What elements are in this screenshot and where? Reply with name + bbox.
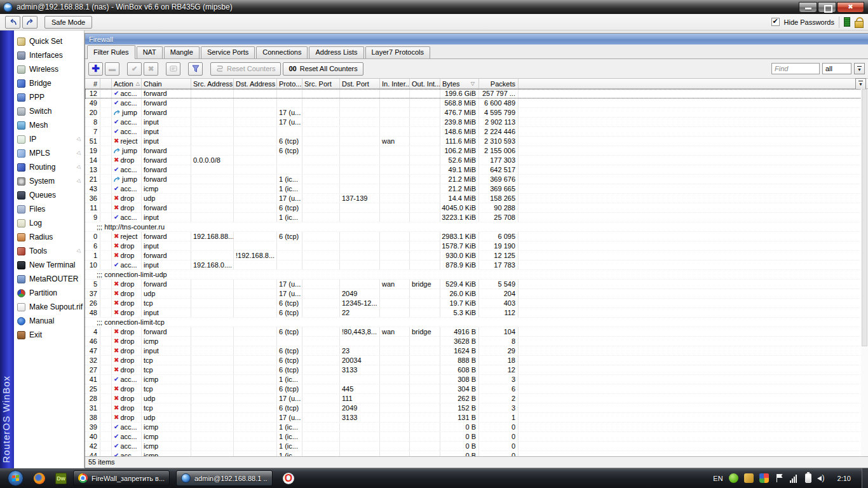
taskbar-button-chrome[interactable]: FireWall_запретить в... bbox=[73, 470, 170, 486]
sidebar-item-log[interactable]: Log bbox=[14, 216, 84, 230]
column-header-flags[interactable] bbox=[100, 79, 112, 88]
column-header-in-inter-[interactable]: In. Inter... bbox=[380, 79, 410, 88]
table-row[interactable]: 39✔acc...icmp1 (ic...0 B0 bbox=[85, 423, 868, 432]
table-row[interactable]: 25✖droptcp6 (tcp)445304 B6 bbox=[85, 384, 868, 394]
tab-nat[interactable]: NAT bbox=[137, 46, 163, 58]
sidebar-item-make-supout-rif[interactable]: Make Supout.rif bbox=[14, 300, 84, 314]
sidebar-item-wireless[interactable]: Wireless bbox=[14, 62, 84, 76]
dreamweaver-icon[interactable]: Dw bbox=[55, 473, 67, 484]
firefox-icon[interactable] bbox=[34, 473, 45, 484]
safe-mode-button[interactable]: Safe Mode bbox=[44, 16, 92, 29]
table-row[interactable]: 1✖dropforward!192.168.8...930.0 KiB12 12… bbox=[85, 251, 868, 261]
table-row[interactable]: 51✖rejectinput6 (tcp)wan111.6 MiB2 310 5… bbox=[85, 137, 868, 146]
sidebar-item-mpls[interactable]: MPLS▷ bbox=[14, 146, 84, 160]
comment-row[interactable]: ;;; connection-limit-udp bbox=[85, 270, 868, 280]
table-row[interactable]: 41✔acc...icmp1 (ic...308 B3 bbox=[85, 375, 868, 384]
sidebar-item-files[interactable]: Files bbox=[14, 202, 84, 216]
network-signal-icon[interactable] bbox=[790, 473, 799, 483]
firewall-window-titlebar[interactable]: Firewall bbox=[85, 34, 868, 44]
table-row[interactable]: 32✖droptcp6 (tcp)20034888 B18 bbox=[85, 356, 868, 365]
table-row[interactable]: 12✔acc...forward199.6 GiB257 797 ... bbox=[85, 89, 868, 98]
column-header-chain[interactable]: Chain bbox=[142, 79, 191, 88]
redo-button[interactable] bbox=[22, 16, 37, 29]
close-button[interactable] bbox=[837, 2, 864, 13]
table-row[interactable]: 28✖dropudp17 (u...111262 B2 bbox=[85, 394, 868, 403]
table-row[interactable]: 8✔acc...input17 (u...239.8 MiB2 902 113 bbox=[85, 118, 868, 127]
table-row[interactable]: 6✖dropinput1578.7 KiB19 190 bbox=[85, 241, 868, 251]
battery-icon[interactable] bbox=[805, 473, 811, 483]
table-row[interactable]: 49✔acc...forward568.8 MiB6 600 489 bbox=[85, 98, 868, 108]
table-row[interactable]: 11✖dropforward6 (tcp)4045.0 KiB90 288 bbox=[85, 203, 868, 213]
find-input[interactable] bbox=[771, 63, 820, 74]
tab-connections[interactable]: Connections bbox=[256, 46, 308, 58]
table-row[interactable]: 10✔acc...input192.168.0....878.9 KiB17 7… bbox=[85, 261, 868, 270]
sidebar-item-quick-set[interactable]: Quick Set bbox=[14, 34, 84, 48]
column-header-proto-[interactable]: Proto... bbox=[277, 79, 302, 88]
column-header-dst-port[interactable]: Dst. Port bbox=[340, 79, 380, 88]
sidebar-item-partition[interactable]: Partition bbox=[14, 286, 84, 300]
sidebar-item-routing[interactable]: Routing▷ bbox=[14, 160, 84, 174]
table-row[interactable]: 20jumpforward17 (u...476.7 MiB4 595 799 bbox=[85, 108, 868, 118]
start-button[interactable] bbox=[8, 470, 24, 486]
table-row[interactable]: 31✖droptcp6 (tcp)2049152 B3 bbox=[85, 403, 868, 413]
column-header-src-address[interactable]: Src. Address bbox=[191, 79, 234, 88]
table-row[interactable]: 7✔acc...input148.6 MiB2 224 446 bbox=[85, 127, 868, 137]
tab-service-ports[interactable]: Service Ports bbox=[201, 46, 255, 58]
sidebar-item-system[interactable]: System▷ bbox=[14, 174, 84, 188]
column-header-packets[interactable]: Packets bbox=[479, 79, 519, 88]
table-row[interactable]: 48✖dropinput6 (tcp)225.3 KiB112 bbox=[85, 308, 868, 318]
taskbar-button-winbox[interactable]: admin@192.168.88.1 ... bbox=[176, 470, 273, 486]
sidebar-item-tools[interactable]: Tools▷ bbox=[14, 244, 84, 258]
filter-scope-combobox[interactable]: all bbox=[822, 63, 851, 74]
column-header-bytes[interactable]: Bytes▽ bbox=[440, 79, 479, 88]
sidebar-item-ip[interactable]: IP▷ bbox=[14, 132, 84, 146]
sidebar-item-exit[interactable]: Exit bbox=[14, 328, 84, 342]
filter-scope-dropdown-button[interactable]: ▼ bbox=[854, 63, 865, 74]
table-row[interactable]: 4✖dropforward6 (tcp)!80,443,8...wanbridg… bbox=[85, 327, 868, 337]
sidebar-item-mesh[interactable]: Mesh bbox=[14, 118, 84, 132]
undo-button[interactable] bbox=[5, 16, 20, 29]
table-row[interactable]: 38✖dropudp17 (u...3133131 B1 bbox=[85, 413, 868, 423]
table-row[interactable]: 14✖dropforward0.0.0.0/852.6 MiB177 303 bbox=[85, 156, 868, 165]
column-header-out-int-[interactable]: Out. Int... bbox=[410, 79, 440, 88]
filter-button[interactable] bbox=[188, 62, 203, 76]
table-row[interactable]: 27✖droptcp6 (tcp)3133608 B12 bbox=[85, 365, 868, 375]
table-row[interactable]: 36✖dropudp17 (u...137-13914.4 MiB158 265 bbox=[85, 194, 868, 203]
sidebar-item-queues[interactable]: Queues bbox=[14, 188, 84, 202]
sidebar-item-interfaces[interactable]: Interfaces bbox=[14, 48, 84, 62]
sidebar-item-metarouter[interactable]: MetaROUTER bbox=[14, 272, 84, 286]
column-header-dst-address[interactable]: Dst. Address bbox=[234, 79, 277, 88]
minimize-button[interactable] bbox=[799, 2, 817, 13]
scrollbar-thumb[interactable] bbox=[862, 89, 867, 346]
comment-row[interactable]: ;;; connection-limit-tcp bbox=[85, 318, 868, 327]
comment-button[interactable] bbox=[166, 62, 180, 76]
sidebar-item-bridge[interactable]: Bridge bbox=[14, 76, 84, 90]
disable-rule-button[interactable]: ✖ bbox=[144, 62, 158, 76]
vertical-scrollbar[interactable] bbox=[861, 89, 868, 456]
tab-address-lists[interactable]: Address Lists bbox=[309, 46, 363, 58]
column-header-action[interactable]: Action△ bbox=[112, 79, 142, 88]
opera-icon[interactable]: O bbox=[283, 473, 294, 484]
table-row[interactable]: 26✖droptcp6 (tcp)12345-12...19.7 KiB403 bbox=[85, 299, 868, 308]
security-shield-icon[interactable] bbox=[759, 473, 769, 483]
restore-button[interactable] bbox=[818, 2, 836, 13]
antivirus-icon[interactable] bbox=[729, 473, 738, 483]
volume-icon[interactable] bbox=[817, 473, 827, 483]
tab-filter-rules[interactable]: Filter Rules bbox=[87, 45, 135, 59]
add-rule-button[interactable]: ✚ bbox=[88, 62, 103, 76]
table-row[interactable]: 37✖dropudp17 (u...204926.0 KiB204 bbox=[85, 289, 868, 299]
table-row[interactable]: 5✖dropforward17 (u...wanbridge529.4 KiB5… bbox=[85, 280, 868, 289]
action-center-flag-icon[interactable] bbox=[775, 473, 784, 483]
sidebar-item-radius[interactable]: Radius bbox=[14, 230, 84, 244]
sidebar-item-manual[interactable]: Manual bbox=[14, 314, 84, 328]
column-options-dropdown-button[interactable]: ▼ bbox=[855, 78, 866, 90]
table-row[interactable]: 46✖dropicmp3628 B8 bbox=[85, 337, 868, 346]
table-row[interactable]: 43✔acc...icmp1 (ic...21.2 MiB369 665 bbox=[85, 184, 868, 194]
remove-rule-button[interactable]: ▬ bbox=[105, 62, 119, 76]
sidebar-item-ppp[interactable]: PPP bbox=[14, 90, 84, 104]
table-row[interactable]: 40✔acc...icmp1 (ic...0 B0 bbox=[85, 432, 868, 442]
keys-icon[interactable] bbox=[744, 473, 754, 483]
column-header-src-port[interactable]: Src. Port bbox=[302, 79, 340, 88]
language-indicator[interactable]: EN bbox=[713, 475, 722, 482]
tab-mangle[interactable]: Mangle bbox=[164, 46, 200, 58]
